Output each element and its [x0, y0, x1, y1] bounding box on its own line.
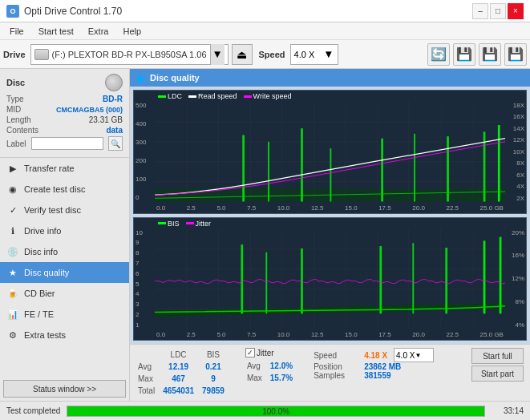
sidebar-item-label: FE / TE — [24, 309, 54, 319]
status-window-button[interactable]: Status window >> — [3, 380, 126, 398]
speed-inline-value: 4.0 X — [396, 351, 415, 360]
samples-row: Samples 381559 — [314, 371, 434, 380]
toolbar-btn-4[interactable]: 💾 — [504, 43, 527, 66]
eject-button[interactable]: ⏏ — [232, 44, 253, 65]
stats-header-bis: BIS — [202, 349, 231, 360]
svg-rect-39 — [265, 252, 267, 313]
svg-rect-15 — [242, 135, 245, 202]
maximize-button[interactable]: □ — [490, 3, 506, 19]
position-row: Position 23862 MB — [314, 362, 434, 371]
sidebar-item-label: CD Bier — [24, 289, 55, 298]
start-full-button[interactable]: Start full — [471, 348, 524, 364]
toolbar-btn-2[interactable]: 💾 — [453, 43, 475, 66]
length-label: Length — [6, 115, 31, 124]
toolbar-btn-1[interactable]: 🔄 — [427, 43, 450, 66]
jitter-avg-label: Avg — [247, 361, 269, 371]
jitter-max-label: Max — [247, 373, 269, 383]
label-icon-button[interactable]: 🔍 — [108, 136, 123, 151]
app-icon: O — [6, 5, 19, 18]
jitter-section: ✓ Jitter Avg 12.0% Max 15.7% — [245, 348, 301, 385]
sidebar-item-transfer-rate[interactable]: ▶ Transfer rate — [0, 158, 129, 179]
svg-rect-19 — [381, 139, 383, 202]
sidebar-item-fe-te[interactable]: 📊 FE / TE — [0, 304, 129, 325]
start-part-button[interactable]: Start part — [471, 365, 524, 382]
legend-bis: BIS — [168, 220, 180, 228]
jitter-avg-value: 12.0% — [270, 361, 299, 371]
title-bar: O Opti Drive Control 1.70 – □ × — [0, 0, 530, 22]
drive-selector[interactable]: (F:) PLEXTOR BD-R PX-LB950SA 1.06 ▼ — [30, 44, 229, 65]
disc-label-input[interactable] — [31, 137, 103, 150]
stats-header-blank — [138, 349, 161, 360]
start-buttons: Start full Start part — [471, 348, 524, 382]
content-header-icon: ◉ — [136, 72, 145, 84]
stats-total-ldc: 4654031 — [163, 386, 200, 396]
stats-max-label: Max — [138, 374, 161, 384]
ldc-chart: LDC Read speed Write speed 5004003002001… — [133, 90, 527, 214]
stats-total-label: Total — [138, 386, 161, 396]
svg-rect-44 — [483, 240, 486, 313]
contents-value: data — [106, 126, 123, 135]
speed-stat-label: Speed — [314, 351, 358, 360]
menu-file[interactable]: File — [3, 25, 30, 38]
svg-rect-20 — [414, 134, 415, 202]
speed-inline-selector[interactable]: 4.0 X ▼ — [394, 348, 434, 362]
sidebar-item-label: Disc quality — [24, 268, 69, 277]
status-text: Test completed — [6, 406, 60, 415]
ldc-x-axis: 0.02.55.07.510.012.515.017.520.022.525.0… — [156, 204, 504, 212]
minimize-button[interactable]: – — [472, 3, 488, 19]
stats-header-ldc: LDC — [163, 349, 200, 360]
close-button[interactable]: × — [508, 3, 524, 19]
disc-section-label: Disc — [6, 78, 25, 87]
svg-rect-18 — [330, 148, 332, 201]
sidebar-item-label: Drive info — [24, 226, 61, 236]
length-value: 23.31 GB — [89, 115, 123, 124]
disc-panel: Disc Type BD-R MID CMCMAGBA5 (000) Lengt… — [0, 69, 129, 158]
sidebar-item-create-test-disc[interactable]: ◉ Create test disc — [0, 179, 129, 200]
stats-total-bis: 79859 — [202, 386, 231, 396]
jitter-max-value: 15.7% — [270, 373, 299, 383]
bis-x-axis: 0.02.55.07.510.012.515.017.520.022.525.0… — [156, 331, 504, 338]
drive-dropdown-btn[interactable]: ▼ — [210, 44, 225, 65]
sidebar-item-verify-test-disc[interactable]: ✓ Verify test disc — [0, 200, 129, 220]
drive-icon — [34, 49, 49, 60]
content-header: ◉ Disc quality — [130, 69, 530, 87]
jitter-checkbox-area[interactable]: ✓ Jitter — [245, 348, 301, 357]
speed-stat-value: 4.18 X — [364, 351, 387, 360]
sidebar-item-extra-tests[interactable]: ⚙ Extra tests — [0, 325, 129, 345]
sidebar-item-cd-bier[interactable]: 🍺 CD Bier — [0, 283, 129, 304]
menu-extra[interactable]: Extra — [82, 25, 115, 38]
menu-bar: File Start test Extra Help — [0, 22, 530, 40]
sidebar-item-drive-info[interactable]: ℹ Drive info — [0, 220, 129, 241]
menu-start-test[interactable]: Start test — [32, 25, 80, 38]
drive-value: (F:) PLEXTOR BD-R PX-LB950SA 1.06 — [52, 50, 207, 59]
disc-quality-icon: ★ — [6, 266, 19, 279]
svg-rect-41 — [379, 246, 382, 313]
mid-value: CMCMAGBA5 (000) — [56, 106, 123, 114]
bis-chart: BIS Jitter 10987654321 20%16%12%8%4% — [133, 217, 527, 341]
sidebar-item-disc-info[interactable]: 💿 Disc info — [0, 241, 129, 262]
charts-area: LDC Read speed Write speed 5004003002001… — [130, 87, 530, 344]
bis-chart-legend: BIS Jitter — [158, 220, 211, 228]
sidebar-item-label: Verify test disc — [24, 205, 81, 215]
extra-tests-icon: ⚙ — [6, 329, 19, 341]
sidebar-item-label: Create test disc — [24, 184, 85, 194]
progress-bar-area: Test completed 100.0% 33:14 — [0, 401, 530, 420]
type-label: Type — [6, 95, 24, 103]
speed-selector[interactable]: 4.0 X ▼ — [290, 44, 338, 65]
sidebar-item-disc-quality[interactable]: ★ Disc quality — [0, 262, 129, 283]
drive-info-icon: ℹ — [6, 224, 19, 237]
svg-rect-17 — [301, 128, 303, 201]
speed-row: Speed 4.18 X 4.0 X ▼ — [314, 348, 434, 362]
legend-write-speed: Write speed — [253, 92, 292, 100]
stats-max-bis: 9 — [202, 374, 231, 384]
toolbar-btn-3[interactable]: 💾 — [479, 43, 501, 66]
jitter-checkbox[interactable]: ✓ — [245, 348, 255, 357]
stats-table: LDC BIS Avg 12.19 0.21 Max 467 9 — [136, 348, 233, 398]
ldc-chart-legend: LDC Read speed Write speed — [158, 92, 291, 100]
ldc-y-axis-right: 18X16X14X12X10X8X6X4X2X — [513, 102, 524, 202]
speed-dropdown-btn[interactable]: ▼ — [323, 48, 334, 60]
bis-y-axis-right: 20%16%12%8%4% — [512, 229, 524, 329]
speed-inline-dropdown[interactable]: ▼ — [415, 352, 421, 359]
speed-position-section: Speed 4.18 X 4.0 X ▼ Position 23862 MB S… — [314, 348, 434, 380]
menu-help[interactable]: Help — [116, 25, 148, 38]
